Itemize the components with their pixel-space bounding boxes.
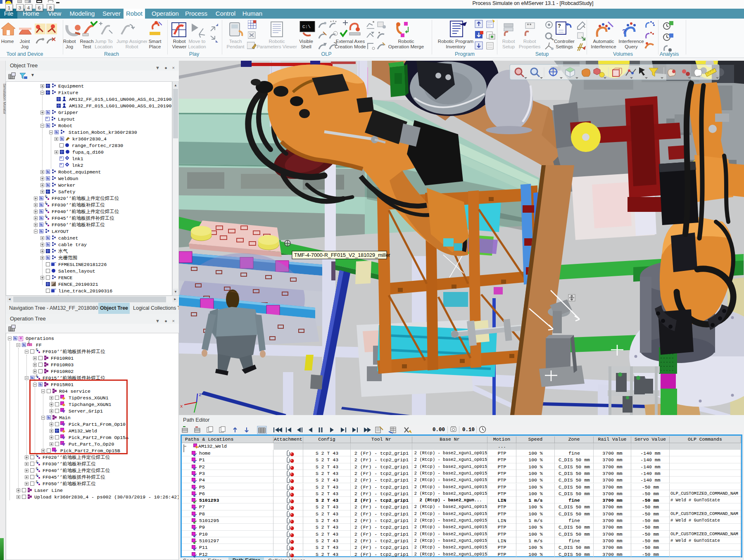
svg-text:C:\: C:\	[302, 24, 311, 29]
svg-text:z: z	[199, 392, 202, 397]
svg-text:x: x	[180, 404, 183, 409]
svg-text:?: ?	[558, 23, 561, 29]
svg-text:?: ?	[622, 28, 626, 35]
svg-text:TMF-4-7000-R_FF015_V2_181029_m: TMF-4-7000-R_FF015_V2_181029_miller	[294, 252, 390, 258]
